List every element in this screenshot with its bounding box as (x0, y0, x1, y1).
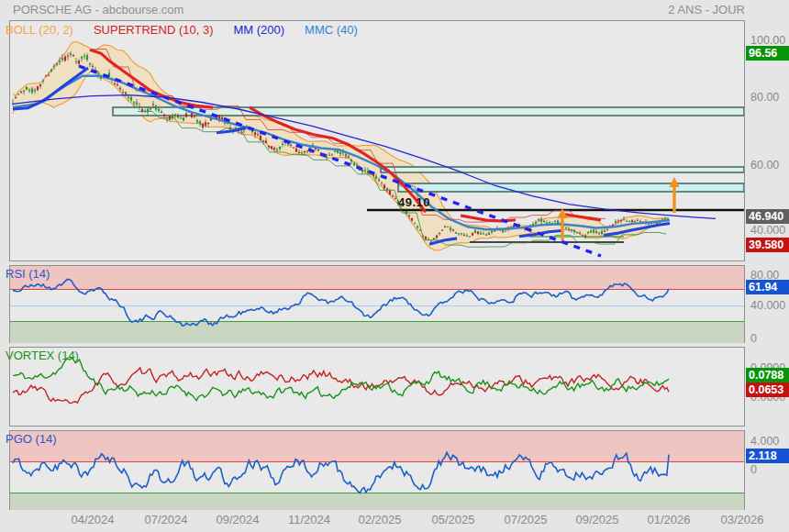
pgo-panel[interactable] (9, 430, 745, 510)
rsi-label: RSI (14) (6, 267, 50, 281)
price-badge: 2.118 (746, 449, 789, 463)
x-axis-label: 04/2024 (72, 513, 115, 526)
y-tick-label: 4.000 (750, 434, 779, 449)
chart-screen: PORSCHE AG - abcbourse.com 2 ANS - JOUR … (0, 0, 789, 532)
y-tick-label: 60.00 (750, 158, 779, 172)
y-tick-label: 80.00 (750, 90, 779, 105)
time-axis: 04/202407/202409/202411/202402/202505/20… (0, 513, 789, 529)
x-axis-label: 01/2026 (648, 513, 691, 526)
page-title: PORSCHE AG - abcbourse.com (13, 3, 183, 17)
legend-item[interactable]: MM (200) (233, 23, 284, 37)
pgo-label: PGO (14) (6, 432, 57, 446)
rsi-overbought-zone (10, 266, 744, 290)
y-tick-label: 0 (750, 462, 757, 477)
x-axis-label: 05/2025 (432, 513, 475, 526)
resistance-level-label: 49.10 (398, 195, 430, 209)
price-badge: 96.56 (746, 46, 789, 61)
price-badge: 0.0653 (746, 382, 789, 397)
x-axis-label: 09/2024 (217, 513, 260, 526)
vortex-label: VORTEX (14) (6, 349, 79, 362)
pgo-upper-zone (10, 431, 744, 462)
legend-item[interactable]: BOLL (20, 2) (6, 23, 73, 37)
price-badge: 39.580 (746, 238, 789, 252)
indicator-legend: BOLL (20, 2)SUPERTREND (10, 3)MM (200)MM… (6, 23, 378, 37)
rsi-panel[interactable] (9, 265, 745, 343)
price-badge: 46.940 (746, 209, 789, 224)
price-badge: 61.94 (746, 280, 789, 294)
rsi-mid-line (10, 305, 744, 306)
x-axis-label: 07/2024 (145, 513, 188, 526)
legend-item[interactable]: SUPERTREND (10, 3) (94, 23, 214, 37)
y-tick-label: 40.000 (750, 298, 785, 313)
x-axis-label: 07/2025 (505, 513, 548, 526)
price-scale: 100.0080.0060.0040.00080.0040.00000.0900… (745, 0, 789, 532)
x-axis-label: 09/2025 (576, 513, 619, 526)
vortex-panel[interactable] (9, 347, 745, 427)
y-tick-label: 0 (750, 331, 757, 346)
legend-item[interactable]: MMC (40) (305, 23, 358, 37)
pgo-lower-zone (10, 493, 744, 510)
period-interval-label: 2 ANS - JOUR (668, 3, 745, 17)
y-tick-label: 40.000 (750, 223, 785, 238)
x-axis-label: 03/2026 (721, 513, 764, 526)
price-badge: 0.0788 (746, 368, 789, 382)
rsi-oversold-zone (10, 321, 744, 343)
x-axis-label: 11/2024 (288, 513, 330, 526)
price-chart-panel[interactable] (9, 20, 745, 261)
x-axis-label: 02/2025 (359, 513, 402, 526)
